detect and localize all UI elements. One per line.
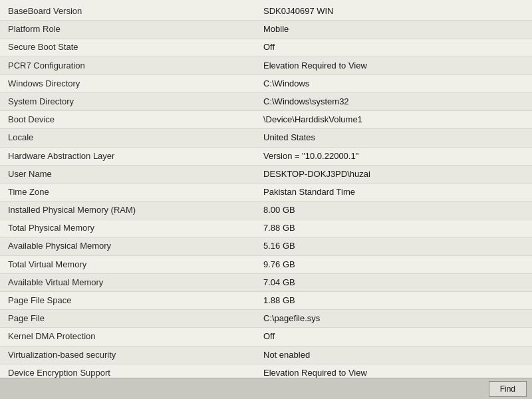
table-row: Total Physical Memory7.88 GB <box>0 219 532 237</box>
row-value: Off <box>255 39 532 57</box>
table-row: Kernel DMA ProtectionOff <box>0 328 532 346</box>
table-row: System DirectoryC:\Windows\system32 <box>0 92 532 110</box>
row-value: Mobile <box>255 21 532 39</box>
table-row: Available Physical Memory5.16 GB <box>0 237 532 255</box>
row-value: 7.04 GB <box>255 273 532 291</box>
row-label: Hardware Abstraction Layer <box>0 147 255 165</box>
table-row: Virtualization-based securityNot enabled <box>0 346 532 364</box>
table-row: Total Virtual Memory9.76 GB <box>0 255 532 273</box>
row-label: Total Physical Memory <box>0 219 255 237</box>
row-label: BaseBoard Version <box>0 3 255 21</box>
info-table: BaseBoard VersionSDK0J40697 WINPlatform … <box>0 3 532 378</box>
row-value: 9.76 GB <box>255 255 532 273</box>
table-row: PCR7 ConfigurationElevation Required to … <box>0 57 532 74</box>
table-row: User NameDESKTOP-DOKJ3PD\huzai <box>0 165 532 183</box>
table-row: Platform RoleMobile <box>0 21 532 39</box>
row-label: Available Physical Memory <box>0 237 255 255</box>
bottom-bar: Find <box>0 378 532 399</box>
row-label: Boot Device <box>0 111 255 129</box>
row-value: Pakistan Standard Time <box>255 183 532 201</box>
row-label: Locale <box>0 129 255 147</box>
row-value: C:\Windows <box>255 74 532 92</box>
row-label: Available Virtual Memory <box>0 273 255 291</box>
table-row: Available Virtual Memory7.04 GB <box>0 273 532 291</box>
row-value: C:\Windows\system32 <box>255 92 532 110</box>
table-row: BaseBoard VersionSDK0J40697 WIN <box>0 3 532 21</box>
row-label: User Name <box>0 165 255 183</box>
row-value: Version = "10.0.22000.1" <box>255 147 532 165</box>
row-value: SDK0J40697 WIN <box>255 3 532 21</box>
table-row: Boot Device\Device\HarddiskVolume1 <box>0 111 532 129</box>
row-label: Virtualization-based security <box>0 346 255 364</box>
row-label: Installed Physical Memory (RAM) <box>0 201 255 219</box>
row-label: PCR7 Configuration <box>0 57 255 74</box>
table-row: Time ZonePakistan Standard Time <box>0 183 532 201</box>
row-value: Off <box>255 328 532 346</box>
row-label: Total Virtual Memory <box>0 255 255 273</box>
row-value: Not enabled <box>255 346 532 364</box>
row-value: Elevation Required to View <box>255 57 532 74</box>
row-label: Windows Directory <box>0 74 255 92</box>
row-value: Elevation Required to View <box>255 364 532 378</box>
row-label: Device Encryption Support <box>0 364 255 378</box>
row-label: Page File <box>0 310 255 328</box>
row-value: 5.16 GB <box>255 237 532 255</box>
table-row: Page FileC:\pagefile.sys <box>0 310 532 328</box>
row-value: 1.88 GB <box>255 292 532 310</box>
table-row: Installed Physical Memory (RAM)8.00 GB <box>0 201 532 219</box>
row-label: Time Zone <box>0 183 255 201</box>
row-value: 8.00 GB <box>255 201 532 219</box>
row-value: 7.88 GB <box>255 219 532 237</box>
table-row: Device Encryption SupportElevation Requi… <box>0 364 532 378</box>
table-row: LocaleUnited States <box>0 129 532 147</box>
row-value: C:\pagefile.sys <box>255 310 532 328</box>
table-row: Page File Space1.88 GB <box>0 292 532 310</box>
row-label: System Directory <box>0 92 255 110</box>
row-value: DESKTOP-DOKJ3PD\huzai <box>255 165 532 183</box>
table-row: Hardware Abstraction LayerVersion = "10.… <box>0 147 532 165</box>
main-content: BaseBoard VersionSDK0J40697 WINPlatform … <box>0 0 532 378</box>
row-value: \Device\HarddiskVolume1 <box>255 111 532 129</box>
table-row: Secure Boot StateOff <box>0 39 532 57</box>
row-label: Kernel DMA Protection <box>0 328 255 346</box>
row-value: United States <box>255 129 532 147</box>
find-button[interactable]: Find <box>489 381 527 397</box>
row-label: Secure Boot State <box>0 39 255 57</box>
table-container[interactable]: BaseBoard VersionSDK0J40697 WINPlatform … <box>0 0 532 378</box>
table-row: Windows DirectoryC:\Windows <box>0 74 532 92</box>
row-label: Platform Role <box>0 21 255 39</box>
row-label: Page File Space <box>0 292 255 310</box>
